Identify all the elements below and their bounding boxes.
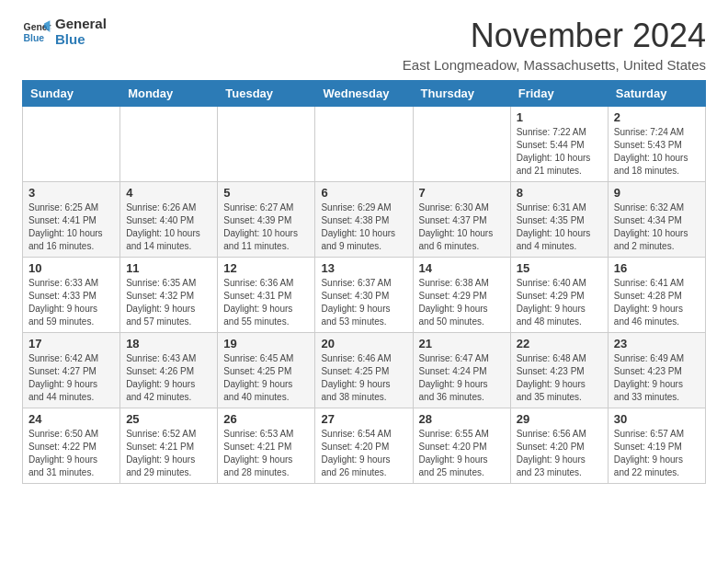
calendar-cell-w1-d4: 7Sunrise: 6:30 AM Sunset: 4:37 PM Daylig… [413,182,510,258]
calendar-cell-w0-d0 [23,107,120,182]
logo-blue: Blue [55,32,107,48]
day-info-21: Sunrise: 6:47 AM Sunset: 4:24 PM Dayligh… [419,352,505,404]
day-info-15: Sunrise: 6:40 AM Sunset: 4:29 PM Dayligh… [517,277,602,328]
calendar-cell-w0-d4 [413,107,510,182]
day-number-8: 8 [517,186,602,200]
calendar-cell-w3-d3: 20Sunrise: 6:46 AM Sunset: 4:25 PM Dayli… [315,333,413,408]
day-number-2: 2 [614,110,700,124]
calendar-body: 1Sunrise: 7:22 AM Sunset: 5:44 PM Daylig… [23,107,706,484]
calendar-cell-w1-d5: 8Sunrise: 6:31 AM Sunset: 4:35 PM Daylig… [510,182,608,258]
calendar-table: Sunday Monday Tuesday Wednesday Thursday… [22,80,706,484]
day-info-2: Sunrise: 7:24 AM Sunset: 5:43 PM Dayligh… [614,126,700,178]
calendar-cell-w4-d5: 29Sunrise: 6:56 AM Sunset: 4:20 PM Dayli… [510,408,608,484]
day-number-14: 14 [419,261,505,275]
calendar-cell-w4-d0: 24Sunrise: 6:50 AM Sunset: 4:22 PM Dayli… [23,408,120,484]
week-row-2: 10Sunrise: 6:33 AM Sunset: 4:33 PM Dayli… [23,258,706,333]
day-number-10: 10 [28,261,114,275]
day-number-7: 7 [419,186,505,200]
day-info-30: Sunrise: 6:57 AM Sunset: 4:19 PM Dayligh… [614,428,700,479]
day-info-20: Sunrise: 6:46 AM Sunset: 4:25 PM Dayligh… [321,352,406,404]
day-info-25: Sunrise: 6:52 AM Sunset: 4:21 PM Dayligh… [126,428,211,479]
calendar-cell-w1-d1: 4Sunrise: 6:26 AM Sunset: 4:40 PM Daylig… [120,182,218,258]
day-number-22: 22 [517,337,602,350]
day-number-16: 16 [614,261,700,275]
day-number-25: 25 [126,412,211,426]
calendar-cell-w2-d4: 14Sunrise: 6:38 AM Sunset: 4:29 PM Dayli… [413,258,510,333]
day-info-3: Sunrise: 6:25 AM Sunset: 4:41 PM Dayligh… [28,201,114,253]
calendar-cell-w4-d3: 27Sunrise: 6:54 AM Sunset: 4:20 PM Dayli… [315,408,413,484]
day-info-12: Sunrise: 6:36 AM Sunset: 4:31 PM Dayligh… [223,277,309,328]
header-wednesday: Wednesday [315,81,413,107]
day-info-16: Sunrise: 6:41 AM Sunset: 4:28 PM Dayligh… [614,277,700,328]
header-thursday: Thursday [413,81,510,107]
calendar-cell-w4-d4: 28Sunrise: 6:55 AM Sunset: 4:20 PM Dayli… [413,408,510,484]
day-info-23: Sunrise: 6:49 AM Sunset: 4:23 PM Dayligh… [614,352,700,404]
day-info-24: Sunrise: 6:50 AM Sunset: 4:22 PM Dayligh… [28,428,114,479]
day-number-26: 26 [223,412,309,426]
week-row-3: 17Sunrise: 6:42 AM Sunset: 4:27 PM Dayli… [23,333,706,408]
day-number-9: 9 [614,186,700,200]
calendar-cell-w2-d0: 10Sunrise: 6:33 AM Sunset: 4:33 PM Dayli… [23,258,120,333]
day-info-7: Sunrise: 6:30 AM Sunset: 4:37 PM Dayligh… [419,201,505,253]
day-info-26: Sunrise: 6:53 AM Sunset: 4:21 PM Dayligh… [223,428,309,479]
calendar-cell-w2-d1: 11Sunrise: 6:35 AM Sunset: 4:32 PM Dayli… [120,258,218,333]
calendar-cell-w0-d5: 1Sunrise: 7:22 AM Sunset: 5:44 PM Daylig… [510,107,608,182]
day-number-4: 4 [126,186,211,200]
day-info-4: Sunrise: 6:26 AM Sunset: 4:40 PM Dayligh… [126,201,211,253]
calendar-cell-w0-d1 [120,107,218,182]
calendar-cell-w2-d3: 13Sunrise: 6:37 AM Sunset: 4:30 PM Dayli… [315,258,413,333]
calendar-header: Sunday Monday Tuesday Wednesday Thursday… [23,81,706,107]
calendar-cell-w4-d1: 25Sunrise: 6:52 AM Sunset: 4:21 PM Dayli… [120,408,218,484]
header-saturday: Saturday [608,81,705,107]
logo: General Blue General Blue [22,17,107,47]
header-tuesday: Tuesday [218,81,315,107]
day-info-28: Sunrise: 6:55 AM Sunset: 4:20 PM Dayligh… [419,428,505,479]
day-number-29: 29 [517,412,602,426]
calendar-cell-w4-d6: 30Sunrise: 6:57 AM Sunset: 4:19 PM Dayli… [608,408,705,484]
calendar-cell-w0-d3 [315,107,413,182]
day-info-9: Sunrise: 6:32 AM Sunset: 4:34 PM Dayligh… [614,201,700,253]
day-info-6: Sunrise: 6:29 AM Sunset: 4:38 PM Dayligh… [321,201,406,253]
calendar-cell-w1-d3: 6Sunrise: 6:29 AM Sunset: 4:38 PM Daylig… [315,182,413,258]
header-monday: Monday [120,81,218,107]
day-number-15: 15 [517,261,602,275]
header-row: Sunday Monday Tuesday Wednesday Thursday… [23,81,706,107]
day-number-20: 20 [321,337,406,350]
calendar-cell-w0-d2 [218,107,315,182]
logo-icon: General Blue [22,17,51,47]
logo-text: General Blue [55,17,107,47]
day-info-27: Sunrise: 6:54 AM Sunset: 4:20 PM Dayligh… [321,428,406,479]
week-row-4: 24Sunrise: 6:50 AM Sunset: 4:22 PM Dayli… [23,408,706,484]
calendar-cell-w2-d5: 15Sunrise: 6:40 AM Sunset: 4:29 PM Dayli… [510,258,608,333]
calendar-cell-w3-d1: 18Sunrise: 6:43 AM Sunset: 4:26 PM Dayli… [120,333,218,408]
calendar-cell-w1-d6: 9Sunrise: 6:32 AM Sunset: 4:34 PM Daylig… [608,182,705,258]
day-number-12: 12 [223,261,309,275]
calendar-cell-w1-d2: 5Sunrise: 6:27 AM Sunset: 4:39 PM Daylig… [218,182,315,258]
day-info-11: Sunrise: 6:35 AM Sunset: 4:32 PM Dayligh… [126,277,211,328]
day-number-30: 30 [614,412,700,426]
day-number-3: 3 [28,186,114,200]
calendar-cell-w3-d4: 21Sunrise: 6:47 AM Sunset: 4:24 PM Dayli… [413,333,510,408]
day-number-6: 6 [321,186,406,200]
day-number-21: 21 [419,337,505,350]
header-sunday: Sunday [23,81,120,107]
day-number-1: 1 [517,110,602,124]
header-friday: Friday [510,81,608,107]
day-number-27: 27 [321,412,406,426]
calendar-cell-w2-d6: 16Sunrise: 6:41 AM Sunset: 4:28 PM Dayli… [608,258,705,333]
week-row-0: 1Sunrise: 7:22 AM Sunset: 5:44 PM Daylig… [23,107,706,182]
calendar-cell-w2-d2: 12Sunrise: 6:36 AM Sunset: 4:31 PM Dayli… [218,258,315,333]
title-section: November 2024 East Longmeadow, Massachus… [403,17,706,73]
day-info-10: Sunrise: 6:33 AM Sunset: 4:33 PM Dayligh… [28,277,114,328]
calendar-cell-w3-d5: 22Sunrise: 6:48 AM Sunset: 4:23 PM Dayli… [510,333,608,408]
calendar-cell-w1-d0: 3Sunrise: 6:25 AM Sunset: 4:41 PM Daylig… [23,182,120,258]
day-info-19: Sunrise: 6:45 AM Sunset: 4:25 PM Dayligh… [223,352,309,404]
week-row-1: 3Sunrise: 6:25 AM Sunset: 4:41 PM Daylig… [23,182,706,258]
day-number-18: 18 [126,337,211,350]
calendar-wrapper: Sunday Monday Tuesday Wednesday Thursday… [0,80,728,495]
svg-text:Blue: Blue [24,32,45,42]
day-number-17: 17 [28,337,114,350]
day-number-23: 23 [614,337,700,350]
day-info-1: Sunrise: 7:22 AM Sunset: 5:44 PM Dayligh… [517,126,602,178]
day-number-24: 24 [28,412,114,426]
